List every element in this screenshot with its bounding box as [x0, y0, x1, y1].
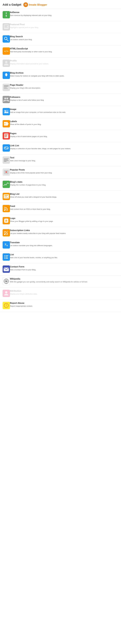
image-info: ImageAdd an image from your computer, or… — [10, 108, 118, 114]
gadget-item-html-javascript[interactable]: </>HTML/JavaScriptAdd third-party functi… — [0, 45, 121, 58]
attribution-name: Attribution — [10, 290, 118, 292]
svg-rect-70 — [6, 258, 8, 258]
svg-rect-42 — [4, 160, 8, 160]
gadget-item-logo[interactable]: BLogoShow your Blogger pride by adding a… — [0, 215, 121, 227]
html-javascript-name: HTML/JavaScript — [10, 48, 118, 50]
attribution-info: AttributionDisplay your blog's attributi… — [10, 290, 118, 295]
gadget-item-contact-form[interactable]: Contact FormAdd a Contact Form to your B… — [0, 264, 121, 276]
gadget-item-pages[interactable]: PagesDisplay a list of stand-alone pages… — [0, 130, 121, 142]
svg-text:B: B — [5, 219, 7, 222]
text-icon — [2, 156, 10, 164]
svg-rect-6 — [4, 26, 7, 26]
feed-name: Feed — [10, 205, 118, 208]
popular-posts-description: Display a list of the most popular posts… — [10, 172, 118, 174]
gadget-item-blog-archive[interactable]: Blog ArchiveMake it easy for visitors to… — [0, 70, 121, 82]
gadget-item-page-header[interactable]: Page HeaderDisplay your blog's title and… — [0, 82, 121, 94]
brand-logo: iB Innate Blogger — [23, 2, 47, 7]
text-info: TextAdd a text message to your blog. — [10, 156, 118, 162]
attribution-icon — [2, 290, 10, 298]
blogs-stats-name: Blog's stats — [10, 181, 118, 183]
svg-rect-41 — [4, 158, 8, 159]
blog-list-description: Show off what you read with a blogroll o… — [10, 196, 118, 198]
brand-name: Innate Blogger — [29, 3, 47, 6]
profile-name: Profile — [10, 60, 118, 62]
svg-text:¥: ¥ — [6, 12, 7, 14]
page-header-info: Page HeaderDisplay your blog's title and… — [10, 84, 118, 89]
gadget-item-blogs-stats[interactable]: Blog's statsDisplay the number of pagevi… — [0, 178, 121, 191]
html-javascript-description: Add third-party functionality or other c… — [10, 50, 118, 53]
gadget-item-report-abuse[interactable]: !Report AbuseReport inappropriate conten… — [0, 300, 121, 312]
blogs-stats-info: Blog's statsDisplay the number of pagevi… — [10, 181, 118, 186]
link-list-info: Link ListDisplay a collection of your fa… — [10, 144, 118, 150]
svg-rect-40 — [2, 156, 10, 164]
gadget-item-followers[interactable]: FollowersDisplays a list of users who fo… — [0, 94, 121, 106]
labels-icon — [2, 120, 10, 128]
gadget-item-list[interactable]: ListAdd a list of your favorite books, m… — [0, 251, 121, 264]
report-abuse-name: Report Abuse — [10, 302, 118, 304]
report-abuse-icon: ! — [2, 302, 10, 310]
page-header-icon — [2, 84, 10, 92]
text-name: Text — [10, 156, 118, 159]
gadget-item-labels[interactable]: LabelsShow all the labels of posts in yo… — [0, 118, 121, 130]
report-abuse-description: Report inappropriate content. — [10, 305, 118, 308]
gadget-item-subscription-links[interactable]: +Subscription LinksLet your readers easi… — [0, 227, 121, 239]
gadget-item-text[interactable]: TextAdd a text message to your blog. — [0, 154, 121, 166]
html-javascript-info: HTML/JavaScriptAdd third-party functiona… — [10, 48, 118, 53]
adsense-name: AdSense — [10, 11, 118, 14]
link-list-name: Link List — [10, 144, 118, 147]
list-description: Add a list of your favorite books, movie… — [10, 256, 118, 259]
blog-list-icon — [2, 193, 10, 200]
blog-search-info: Blog SearchLet visitors search your blog… — [10, 35, 118, 41]
feed-icon — [2, 205, 10, 213]
popular-posts-name: Popular Posts — [10, 168, 118, 171]
svg-rect-22 — [4, 88, 8, 89]
svg-text:+: + — [7, 230, 8, 232]
gadget-item-blog-list[interactable]: Blog ListShow off what you read with a b… — [0, 191, 121, 203]
attribution-description: Display your blog's attribution data. — [10, 293, 118, 295]
svg-text:A: A — [6, 244, 8, 246]
blog-list-info: Blog ListShow off what you read with a b… — [10, 193, 118, 198]
blogs-stats-icon — [2, 181, 10, 188]
pages-description: Display a list of stand-alone pages on y… — [10, 135, 118, 138]
svg-rect-17 — [6, 73, 7, 75]
wikipedia-name: Wikipedia — [10, 278, 118, 280]
list-icon — [2, 253, 10, 261]
gadget-item-featured-post: Featured PostHighlight a special post on… — [0, 21, 121, 33]
labels-name: Labels — [10, 120, 118, 123]
featured-post-name: Featured Post — [10, 23, 118, 26]
blog-search-description: Let visitors search your blog. — [10, 38, 118, 41]
followers-name: Followers — [10, 96, 118, 98]
svg-point-65 — [4, 255, 5, 256]
link-list-description: Display a collection of your favorite si… — [10, 148, 118, 150]
svg-rect-72 — [4, 268, 9, 271]
svg-text:!: ! — [6, 304, 7, 307]
brand-icon: iB — [23, 2, 28, 7]
blog-archive-description: Make it easy for visitors to navigate yo… — [10, 75, 118, 77]
translate-info: TranslateLet visitors translate your blo… — [10, 241, 118, 247]
gadget-item-adsense[interactable]: ¥$AdSenseEarn revenue by displaying rele… — [0, 9, 121, 21]
labels-info: LabelsShow all the labels of posts in yo… — [10, 120, 118, 126]
gadget-item-image[interactable]: ImageAdd an image from your computer, or… — [0, 106, 121, 118]
svg-rect-58 — [2, 229, 10, 236]
feed-description: Add content from an RSS or Atom feed to … — [10, 208, 118, 210]
gadget-item-wikipedia[interactable]: WWikipediaWith this gadget you can quick… — [0, 276, 121, 288]
featured-post-description: Highlight a special post on your blog. — [10, 26, 118, 29]
svg-text:文: 文 — [4, 243, 6, 246]
profile-icon — [2, 60, 10, 67]
gadget-item-link-list[interactable]: Link ListDisplay a collection of your fa… — [0, 142, 121, 154]
feed-info: FeedAdd content from an RSS or Atom feed… — [10, 205, 118, 210]
gadget-item-popular-posts[interactable]: Popular PostsDisplay a list of the most … — [0, 166, 121, 178]
gadget-item-feed[interactable]: FeedAdd content from an RSS or Atom feed… — [0, 203, 121, 215]
svg-rect-19 — [4, 86, 8, 86]
wikipedia-description: With this gadget you can quickly, conven… — [10, 281, 118, 283]
svg-rect-21 — [4, 88, 7, 88]
blogs-stats-description: Display the number of pageviews to your … — [10, 184, 118, 186]
gadget-item-blog-search[interactable]: Blog SearchLet visitors search your blog… — [0, 33, 121, 45]
contact-form-icon — [2, 266, 10, 273]
svg-point-25 — [6, 98, 8, 100]
gadget-item-translate[interactable]: 文ATranslateLet visitors translate your b… — [0, 239, 121, 251]
logo-info: LogoShow your Blogger pride by adding a … — [10, 217, 118, 222]
logo-description: Show your Blogger pride by adding a logo… — [10, 220, 118, 222]
svg-point-54 — [4, 210, 5, 211]
svg-rect-44 — [4, 161, 6, 162]
